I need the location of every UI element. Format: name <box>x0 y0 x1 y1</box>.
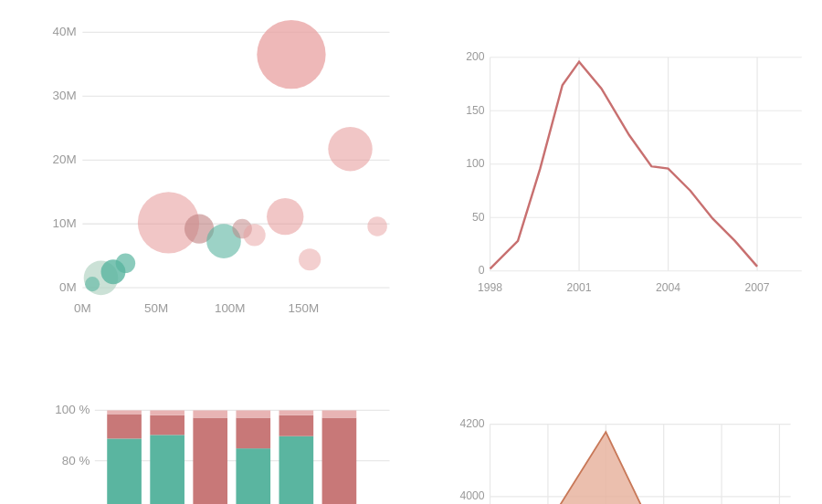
y-pct-80: 80 % <box>62 453 90 467</box>
y-label-30m: 30M <box>52 89 76 102</box>
stacked-bar-svg: 100 % 80 % 60 % 40 % 20 % 0 % 1 2 3 4 5 … <box>46 396 402 504</box>
y-label-150: 150 <box>466 104 485 117</box>
bubble <box>299 248 321 270</box>
bubble <box>244 224 266 246</box>
bubble <box>267 198 303 235</box>
y-label-20m: 20M <box>52 152 76 166</box>
bubble <box>116 254 136 274</box>
bubble-chart-panel: 40M 30M 20M 10M 0M 0M 50M 100M 150M <box>0 0 411 378</box>
bar-1-seg-4 <box>107 410 142 414</box>
bar-4-seg-3 <box>236 417 270 448</box>
y-label-100: 100 <box>466 157 485 170</box>
bar-1-seg-2 <box>107 438 142 504</box>
bar-3-seg-3 <box>193 417 227 504</box>
y-label-0m: 0M <box>59 280 77 294</box>
bubble-chart-svg: 40M 30M 20M 10M 0M 0M 50M 100M 150M <box>46 18 402 341</box>
y-label-10m: 10M <box>52 216 76 230</box>
y-label-40m: 40M <box>52 25 76 38</box>
bar-4-seg-2 <box>236 448 270 504</box>
y-label-50: 50 <box>472 211 485 224</box>
bar-6-seg-3 <box>322 417 357 504</box>
bubble <box>85 277 100 291</box>
bar-2-seg-3 <box>150 415 184 435</box>
bar-5-seg-3 <box>279 415 314 436</box>
stacked-bar-chart-panel: 100 % 80 % 60 % 40 % 20 % 0 % 1 2 3 4 5 … <box>0 378 411 504</box>
area-chart-panel: 4200 4000 3800 3600 Jan Mar Jun Aug Oct … <box>411 378 822 504</box>
x-label-2001: 2001 <box>567 281 592 294</box>
area-line <box>490 432 780 504</box>
area-chart-svg: 4200 4000 3800 3600 Jan Mar Jun Aug Oct … <box>457 396 813 504</box>
line-chart-panel: 200 150 100 50 0 1998 2001 2004 2007 <box>411 0 822 378</box>
y-label-4000: 4000 <box>459 489 484 502</box>
x-label-100m: 100M <box>215 301 246 315</box>
x-label-1998: 1998 <box>478 281 502 294</box>
bubble <box>367 216 387 236</box>
x-label-50m: 50M <box>144 301 168 315</box>
y-label-200: 200 <box>466 50 485 63</box>
y-label-0: 0 <box>479 264 485 277</box>
x-label-150m: 150M <box>289 301 320 315</box>
bar-1-seg-3 <box>107 414 142 438</box>
bar-5-seg-4 <box>279 410 314 415</box>
bar-4-seg-4 <box>236 410 270 417</box>
x-label-0m: 0M <box>74 301 91 315</box>
y-pct-100: 100 % <box>55 403 90 416</box>
bar-6-seg-4 <box>322 410 357 417</box>
bar-2-seg-4 <box>150 410 184 415</box>
bubble <box>257 20 325 89</box>
bar-2-seg-2 <box>150 435 184 504</box>
bar-5-seg-2 <box>279 436 314 504</box>
y-label-4200: 4200 <box>459 417 484 430</box>
line-chart-svg: 200 150 100 50 0 1998 2001 2004 2007 <box>457 18 813 341</box>
x-label-2007: 2007 <box>745 281 770 294</box>
bubble <box>328 127 372 171</box>
line-series <box>490 62 758 269</box>
bar-3-seg-4 <box>193 410 227 417</box>
x-label-2004: 2004 <box>656 281 680 294</box>
